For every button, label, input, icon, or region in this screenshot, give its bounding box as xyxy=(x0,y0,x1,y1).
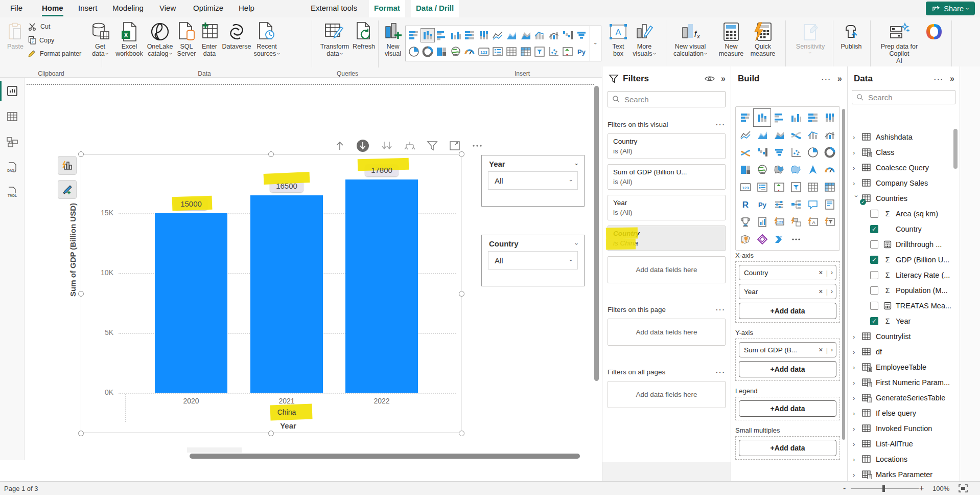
slicer-dropdown[interactable]: All› xyxy=(488,171,578,190)
visual-type-line-stacked-column-icon[interactable] xyxy=(805,126,822,144)
ribbon-tab-external-tools[interactable]: External tools xyxy=(306,0,362,17)
data-tree-item-first-numeric-param-[interactable]: › First Numeric Param... xyxy=(848,375,960,390)
data-tree-item-population-m-[interactable]: ΣPopulation (M... xyxy=(848,283,960,298)
data-tree-item-year[interactable]: ✓ΣYear xyxy=(848,313,960,329)
ribbon-tab-file[interactable]: File xyxy=(5,0,28,17)
gallery-visual-100-stacked-bar-icon[interactable] xyxy=(463,29,476,42)
visual-type-decomposition-tree-icon[interactable] xyxy=(788,196,805,213)
selection-handle[interactable] xyxy=(459,291,464,297)
gallery-visual-stacked-column-icon[interactable] xyxy=(421,29,434,42)
get-data-button[interactable]: Getdata › xyxy=(87,20,113,57)
ribbon-tab-modeling[interactable]: Modeling xyxy=(107,0,149,17)
visual-type-more-icon[interactable] xyxy=(788,231,805,248)
text-box-button[interactable]: ATextbox xyxy=(607,20,629,57)
gallery-visual-line-clustered-column-icon[interactable] xyxy=(547,29,560,42)
visual-type-goals-icon[interactable] xyxy=(737,213,754,231)
remove-field-icon[interactable]: × xyxy=(819,268,823,277)
visual-type-qa-icon[interactable] xyxy=(805,196,822,213)
visual-type-clustered-bar-icon[interactable] xyxy=(771,109,787,126)
data-tree-item-literacy-rate-[interactable]: ΣLiteracy Rate (... xyxy=(848,267,960,283)
visual-type-line-icon[interactable] xyxy=(737,126,754,144)
collapse-pane-icon[interactable]: » xyxy=(950,74,954,83)
sidebar-item-table-view[interactable] xyxy=(4,108,20,125)
sensitivity-button[interactable]: Sensitivity› xyxy=(792,20,828,55)
expand-chevron-icon[interactable]: › xyxy=(853,456,860,463)
gallery-visual-stacked-bar-icon[interactable] xyxy=(407,29,420,42)
gallery-expand-button[interactable]: › xyxy=(590,26,601,61)
cut-button[interactable]: Cut xyxy=(28,22,50,31)
gallery-visual-card-icon[interactable]: 123 xyxy=(477,45,490,58)
visual-type-clustered-column-icon[interactable] xyxy=(788,109,805,126)
visual-type-multi-row-card-icon[interactable] xyxy=(754,178,771,196)
ribbon-tab-format[interactable]: Format xyxy=(369,0,405,17)
more-visuals-button[interactable]: Morevisuals › xyxy=(631,20,658,57)
visual-type-stacked-column-icon[interactable] xyxy=(754,109,771,126)
field-checkbox[interactable] xyxy=(870,240,878,249)
data-tree-item-coalesce-query[interactable]: › Coalesce Query xyxy=(848,160,960,175)
visual-header-focus-mode-icon[interactable] xyxy=(449,141,460,151)
visual-type-table-icon[interactable] xyxy=(805,178,822,196)
gallery-visual-scatter-icon[interactable] xyxy=(547,45,560,58)
gallery-visual-treemap-icon[interactable] xyxy=(435,45,448,58)
visual-type-r-script-icon[interactable]: R xyxy=(737,196,754,213)
data-tree-item-gdp-billion-u-[interactable]: ✓ΣGDP (Billion U... xyxy=(848,252,960,267)
bar-2021[interactable] xyxy=(250,195,323,393)
visual-type-card-icon[interactable]: 123 xyxy=(737,178,754,196)
data-pane-scrollbar[interactable] xyxy=(953,129,958,169)
selection-handle[interactable] xyxy=(78,431,84,436)
data-tree-item-marks-parameter[interactable]: › Marks Parameter xyxy=(848,467,960,481)
visual-type-azure-map-icon[interactable] xyxy=(805,161,822,178)
visual-type-treemap-icon[interactable] xyxy=(737,161,754,178)
data-tree-item-company-sales[interactable]: › Company Sales xyxy=(848,175,960,191)
data-search-input[interactable]: Search xyxy=(852,90,955,104)
expand-chevron-icon[interactable]: › xyxy=(853,364,860,371)
copilot-button[interactable] xyxy=(923,20,945,43)
ribbon-tab-optimize[interactable]: Optimize xyxy=(188,0,228,17)
zoom-slider-handle[interactable] xyxy=(882,485,885,492)
prep-data-copilot-button[interactable]: Prep data for CopilotAI xyxy=(875,20,924,64)
expand-chevron-icon[interactable]: › xyxy=(853,149,860,156)
more-options-icon[interactable]: ··· xyxy=(716,306,726,313)
onelake-catalog-button[interactable]: OneLakecatalog › xyxy=(145,20,175,57)
data-tree-item-countries[interactable]: › ✓ Countries xyxy=(848,191,960,206)
visual-type-calc-filter-icon[interactable] xyxy=(822,213,838,231)
visual-type-pie-icon[interactable] xyxy=(805,144,822,161)
gallery-visual-waterfall-icon[interactable] xyxy=(561,29,574,42)
field-pill[interactable]: Sum of GDP (B...×|› xyxy=(739,342,836,357)
gallery-visual-pie-icon[interactable] xyxy=(407,45,420,58)
visual-header-drill-all-down-icon[interactable] xyxy=(381,140,393,151)
data-tree-item-countrylist[interactable]: › Countrylist xyxy=(848,329,960,344)
data-tree-item-if-else-query[interactable]: › If else query xyxy=(848,406,960,421)
gallery-visual-clustered-column-icon[interactable] xyxy=(449,29,462,42)
canvas-vertical-scrollbar[interactable] xyxy=(594,86,599,381)
data-tree-item-ashishdata[interactable]: › Ashishdata xyxy=(848,129,960,145)
bar-2022[interactable] xyxy=(345,179,418,393)
gallery-visual-stacked-area-icon[interactable] xyxy=(519,29,532,42)
data-tree-item-drillthrough-[interactable]: Drillthrough ... xyxy=(848,237,960,252)
ribbon-tab-view[interactable]: View xyxy=(154,0,181,17)
more-options-icon[interactable]: ··· xyxy=(822,75,831,83)
field-checkbox[interactable] xyxy=(870,271,878,279)
data-tree-item-invoked-function[interactable]: › Invoked Function xyxy=(848,421,960,436)
gallery-visual-funnel-icon[interactable] xyxy=(575,29,588,42)
format-painter-button[interactable]: Format painter xyxy=(28,50,81,58)
visual-type-waterfall-icon[interactable] xyxy=(754,144,771,161)
visual-type-100-stacked-column-icon[interactable] xyxy=(822,109,838,126)
visual-type-matrix-icon[interactable] xyxy=(822,178,838,196)
transform-data-button[interactable]: Transformdata › xyxy=(318,20,352,57)
share-button[interactable]: Share › xyxy=(926,2,975,15)
filter-card[interactable]: Countryis China xyxy=(608,226,726,251)
more-options-icon[interactable]: ··· xyxy=(716,121,726,128)
gallery-visual-line-icon[interactable] xyxy=(491,29,504,42)
more-options-icon[interactable]: ··· xyxy=(716,368,726,376)
visual-type-calc-box-icon[interactable] xyxy=(788,213,805,231)
gallery-visual-line-stacked-column-icon[interactable] xyxy=(533,29,546,42)
gallery-visual-area-icon[interactable] xyxy=(505,29,518,42)
sidebar-item-dax-query-view[interactable]: DAX xyxy=(4,160,20,176)
remove-field-icon[interactable]: × xyxy=(819,287,823,296)
gallery-visual-kpi-icon[interactable] xyxy=(561,45,574,58)
expand-chevron-icon[interactable]: › xyxy=(853,425,860,433)
gallery-visual-gauge-icon[interactable] xyxy=(463,45,476,58)
bar-2020[interactable] xyxy=(155,213,227,393)
filters-search-input[interactable]: Search xyxy=(608,91,726,107)
